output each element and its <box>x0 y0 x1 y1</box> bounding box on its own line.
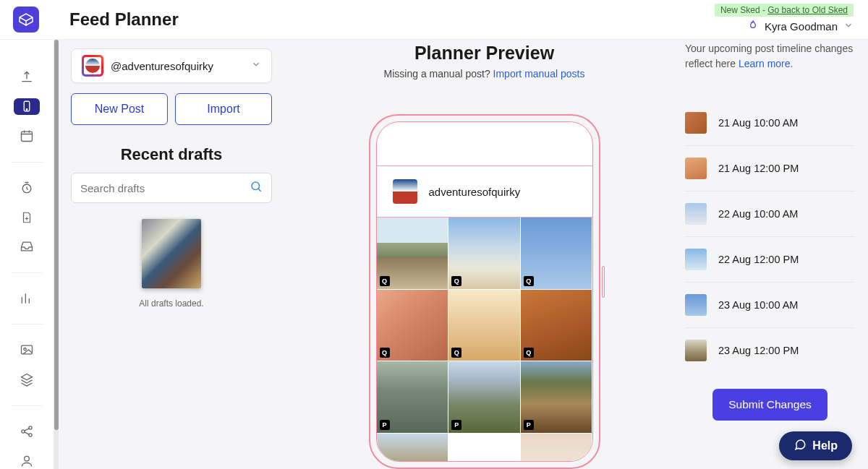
svg-rect-2 <box>22 132 33 141</box>
nav-divider <box>11 405 43 406</box>
sidenav <box>0 40 54 469</box>
preview-sub-text: Missing a manual post? <box>384 68 493 79</box>
cell-badge: Q <box>524 276 534 286</box>
timeline-item[interactable]: 22 Aug 10:00 AM <box>685 192 855 237</box>
nav-upload[interactable] <box>14 69 40 85</box>
chevron-down-icon <box>843 20 854 33</box>
help-button[interactable]: Help <box>779 431 852 460</box>
chat-icon <box>793 438 807 454</box>
center-panel: Planner Preview Missing a manual post? I… <box>284 40 685 469</box>
nav-planner[interactable] <box>14 98 40 115</box>
scrollbar[interactable] <box>54 40 59 469</box>
account-handle: @adventuresofquirky <box>111 60 244 72</box>
grid-cell[interactable]: Q <box>448 218 520 289</box>
learn-more-link[interactable]: Learn more. <box>739 58 793 69</box>
timeline-thumb <box>685 203 707 225</box>
chevron-down-icon <box>251 59 261 72</box>
grid-cell[interactable] <box>448 434 520 462</box>
user-name: Kyra Goodman <box>765 20 838 33</box>
timeline-thumb <box>685 340 707 361</box>
grid-cell[interactable] <box>377 434 448 462</box>
timeline-item[interactable]: 23 Aug 12:00 PM <box>685 328 855 373</box>
nav-profile[interactable] <box>14 452 40 469</box>
grid-cell[interactable]: Q <box>521 218 592 289</box>
cell-badge: P <box>451 420 461 430</box>
nav-media[interactable] <box>14 342 40 358</box>
search-drafts-input[interactable] <box>80 182 250 194</box>
nav-clock[interactable] <box>14 179 40 196</box>
timeline-time: 21 Aug 10:00 AM <box>718 117 798 129</box>
right-panel: Your upcoming post timeline changes refl… <box>685 40 868 469</box>
import-manual-link[interactable]: Import manual posts <box>493 68 585 79</box>
svg-point-10 <box>252 182 260 190</box>
nav-calendar[interactable] <box>14 128 40 145</box>
cell-badge: Q <box>451 348 461 358</box>
banner-text: New Sked - <box>720 5 767 15</box>
timeline-time: 22 Aug 12:00 PM <box>718 254 799 265</box>
cell-badge: Q <box>524 348 534 358</box>
draft-thumbnail[interactable] <box>142 219 201 288</box>
timeline-item[interactable]: 21 Aug 12:00 PM <box>685 146 855 192</box>
nav-divider <box>11 324 43 324</box>
svg-rect-4 <box>22 346 33 355</box>
nav-file[interactable] <box>14 209 40 225</box>
app-logo[interactable] <box>13 7 39 33</box>
new-post-button[interactable]: New Post <box>71 93 168 125</box>
preview-subtitle: Missing a manual post? Import manual pos… <box>384 68 585 79</box>
drafts-loaded-text: All drafts loaded. <box>71 298 272 309</box>
account-avatar-icon <box>82 55 103 77</box>
account-selector[interactable]: @adventuresofquirky <box>71 48 272 83</box>
timeline-thumb <box>685 112 707 134</box>
grid-cell[interactable]: P <box>448 361 520 433</box>
feed-name: adventuresofquirky <box>429 186 521 198</box>
page-title: Feed Planner <box>69 9 179 30</box>
timeline-time: 21 Aug 12:00 PM <box>718 163 799 174</box>
help-label: Help <box>812 439 838 452</box>
timeline-thumb <box>685 249 707 270</box>
grid-cell[interactable]: Q <box>377 218 448 289</box>
timeline-thumb <box>685 294 707 316</box>
svg-point-9 <box>25 456 30 461</box>
banner: New Sked - Go back to Old Sked <box>715 4 854 17</box>
feed-grid: QQQQQQPPP <box>377 218 592 462</box>
banner-link[interactable]: Go back to Old Sked <box>767 5 848 15</box>
search-icon <box>250 180 263 196</box>
drafts-title: Recent drafts <box>71 145 272 164</box>
grid-cell[interactable]: P <box>521 361 592 433</box>
timeline-thumb <box>685 158 707 179</box>
flame-icon <box>747 20 759 33</box>
svg-point-5 <box>24 348 26 350</box>
phone-preview: adventuresofquirky QQQQQQPPP <box>369 114 600 469</box>
main-content: @adventuresofquirky New Post Import Rece… <box>59 40 868 469</box>
nav-inbox[interactable] <box>14 238 40 255</box>
timeline-time: 22 Aug 10:00 AM <box>718 208 798 220</box>
cell-badge: Q <box>380 348 390 358</box>
timeline-item[interactable]: 22 Aug 12:00 PM <box>685 237 855 283</box>
nav-layers[interactable] <box>14 371 40 388</box>
preview-title: Planner Preview <box>414 43 554 64</box>
timeline-time: 23 Aug 10:00 AM <box>718 299 798 311</box>
search-drafts-container <box>71 173 272 203</box>
grid-cell[interactable] <box>521 434 592 462</box>
import-button[interactable]: Import <box>175 93 272 125</box>
cell-badge: P <box>380 420 390 430</box>
user-menu[interactable]: Kyra Goodman <box>715 20 854 33</box>
svg-point-1 <box>26 109 27 111</box>
cell-badge: P <box>524 420 534 430</box>
timeline-list: 21 Aug 10:00 AM21 Aug 12:00 PM22 Aug 10:… <box>685 100 855 373</box>
submit-changes-button[interactable]: Submit Changes <box>712 389 827 421</box>
timeline-item[interactable]: 21 Aug 10:00 AM <box>685 100 855 146</box>
left-panel: @adventuresofquirky New Post Import Rece… <box>59 40 284 469</box>
grid-cell[interactable]: Q <box>448 290 520 361</box>
nav-analytics[interactable] <box>14 290 40 306</box>
nav-divider <box>11 162 43 163</box>
cell-badge: Q <box>380 276 390 286</box>
timeline-time: 23 Aug 12:00 PM <box>718 345 799 356</box>
nav-share[interactable] <box>14 423 40 439</box>
grid-cell[interactable]: P <box>377 361 448 433</box>
grid-cell[interactable]: Q <box>521 290 592 361</box>
grid-cell[interactable]: Q <box>377 290 448 361</box>
feed-header: adventuresofquirky <box>376 165 593 218</box>
cell-badge: Q <box>451 276 461 286</box>
timeline-item[interactable]: 23 Aug 10:00 AM <box>685 283 855 328</box>
